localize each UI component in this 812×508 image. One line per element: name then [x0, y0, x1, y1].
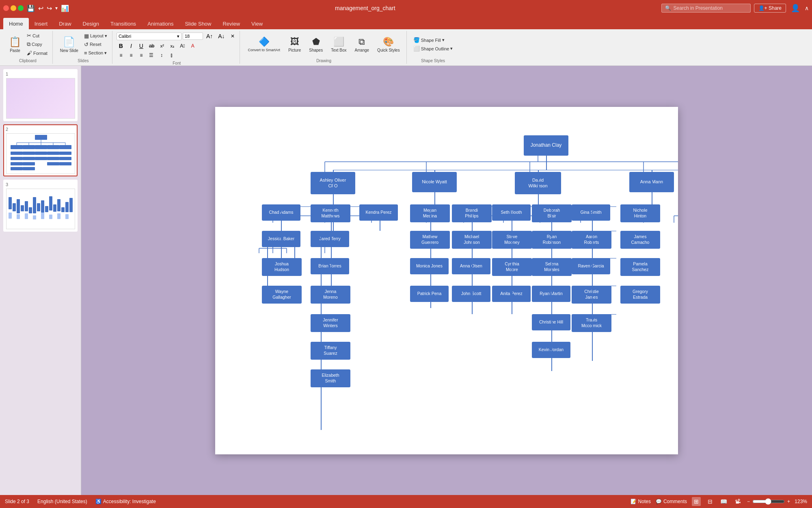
zoom-out-icon[interactable]: − — [747, 499, 750, 504]
node-joshua[interactable]: JoshuaHudson — [262, 258, 302, 276]
node-christie[interactable]: ChristieJames — [572, 286, 611, 304]
tab-transitions[interactable]: Transitions — [105, 18, 142, 29]
search-box[interactable]: 🔍 — [661, 4, 751, 13]
paste-button[interactable]: 📋 Paste — [6, 32, 24, 57]
increase-font-button[interactable]: A↑ — [204, 32, 215, 41]
quick-styles-button[interactable]: 🎨 Quick Styles — [374, 32, 403, 57]
shapes-button[interactable]: ⬟ Shapes — [306, 32, 326, 57]
node-patrick[interactable]: Patrick Pena — [410, 286, 449, 302]
text-box-button[interactable]: ⬜ Text Box — [328, 32, 350, 57]
node-megan[interactable]: MeganMedina — [410, 204, 450, 222]
picture-button[interactable]: 🖼 Picture — [285, 32, 304, 57]
tab-view[interactable]: View — [246, 18, 268, 29]
zoom-slider[interactable] — [752, 498, 785, 505]
node-anna-o[interactable]: Anna Olsen — [452, 258, 490, 274]
shape-outline-dropdown: ▾ — [450, 46, 453, 51]
minimize-button[interactable] — [11, 5, 16, 11]
node-nichole[interactable]: NicholeHinton — [620, 204, 660, 222]
presenter-view-button[interactable]: 📽 — [733, 497, 742, 506]
font-color-button[interactable]: A — [188, 42, 197, 50]
node-mathew[interactable]: MathewGuerrero — [410, 231, 450, 249]
tab-review[interactable]: Review — [217, 18, 246, 29]
reset-button[interactable]: ↺ Reset — [82, 41, 109, 48]
node-gregory[interactable]: GregoryEstrada — [620, 286, 660, 304]
node-wayne[interactable]: WayneGallagher — [262, 286, 302, 304]
node-brian-t[interactable]: Brian Torres — [311, 258, 349, 274]
accessibility-status[interactable]: ♿ Accessibility: Investigate — [95, 499, 156, 504]
node-elizabeth[interactable]: ElizabethSmith — [311, 369, 350, 387]
comments-button[interactable]: 💬 Comments — [656, 499, 687, 504]
quick-access-save[interactable]: 💾 — [27, 4, 35, 12]
superscript-button[interactable]: x² — [158, 42, 166, 50]
line-spacing-button[interactable]: ↕ — [157, 51, 166, 59]
canvas-area[interactable]: Jonathan Clay Ashley OliverCFO Nicole Wy… — [81, 66, 812, 495]
slide-preview-2 — [6, 133, 75, 174]
slide-thumb-1[interactable]: 1 — [3, 69, 78, 121]
reading-view-button[interactable]: 📖 — [719, 497, 728, 506]
svg-rect-34 — [29, 207, 32, 213]
italic-button[interactable]: I — [127, 41, 136, 50]
node-monica[interactable]: Monica Jones — [410, 258, 449, 274]
bold-button[interactable]: B — [117, 41, 125, 50]
svg-rect-40 — [53, 204, 56, 212]
align-right-button[interactable]: ≡ — [137, 51, 146, 59]
node-pamela[interactable]: PamelaSanchez — [620, 258, 660, 276]
node-tiffany-s[interactable]: TiffanySuarez — [311, 342, 350, 360]
section-button[interactable]: ≡ Section ▾ — [82, 49, 109, 57]
align-left-button[interactable]: ≡ — [117, 51, 125, 59]
close-button[interactable] — [3, 5, 9, 11]
search-input[interactable] — [674, 5, 739, 11]
tab-animations[interactable]: Animations — [142, 18, 179, 29]
font-family-dropdown[interactable]: Calibri ▾ — [117, 33, 181, 40]
node-raven[interactable]: Raven Garcia — [572, 258, 610, 274]
quick-access-redo[interactable]: ↪ — [47, 4, 52, 12]
arrange-button[interactable]: ⧉ Arrange — [352, 32, 373, 57]
zoom-level[interactable]: 123% — [793, 499, 807, 504]
font-size-dropdown[interactable]: 18 — [183, 33, 203, 40]
node-jenna[interactable]: JennaMoreno — [311, 286, 350, 304]
tab-home[interactable]: Home — [3, 18, 29, 29]
new-slide-button[interactable]: 📄 New Slide — [58, 32, 81, 57]
maximize-button[interactable] — [18, 5, 24, 11]
slide-thumb-2[interactable]: 2 — [3, 124, 78, 176]
clear-format-button[interactable]: ✕ — [228, 32, 237, 40]
align-center-button[interactable]: ≡ — [127, 51, 136, 59]
slide-sorter-button[interactable]: ⊟ — [706, 497, 715, 506]
node-ceo[interactable]: Jonathan Clay — [524, 135, 568, 156]
format-painter-button[interactable]: 🖌 Format — [25, 49, 49, 57]
tab-design[interactable]: Design — [77, 18, 105, 29]
share-button[interactable]: 👤+ Share — [754, 4, 786, 13]
shape-outline-button[interactable]: ⬜ Shape Outline ▾ — [412, 45, 455, 52]
decrease-font-button[interactable]: A↓ — [216, 32, 227, 41]
copy-button[interactable]: ⧉ Copy — [25, 40, 49, 48]
tab-slideshow[interactable]: Slide Show — [179, 18, 217, 29]
shape-fill-button[interactable]: 🪣 Shape Fill ▾ — [412, 36, 455, 44]
user-icon[interactable]: 👤 — [791, 4, 800, 13]
layout-button[interactable]: ▦ Layout ▾ — [82, 32, 109, 40]
node-jennifer[interactable]: JenniferWinters — [311, 314, 350, 332]
tab-insert[interactable]: Insert — [29, 18, 54, 29]
tab-draw[interactable]: Draw — [53, 18, 77, 29]
justify-button[interactable]: ☰ — [147, 51, 156, 59]
node-jared[interactable]: Jared Terry — [311, 231, 349, 247]
quick-access-more[interactable]: ▾ — [55, 5, 58, 11]
strikethrough-button[interactable]: ab — [147, 42, 156, 50]
quick-access-undo[interactable]: ↩ — [38, 4, 43, 12]
node-james[interactable]: JamesCamacho — [620, 231, 660, 249]
text-shadow-button[interactable]: A⃥ — [178, 42, 187, 50]
underline-button[interactable]: U — [137, 41, 146, 50]
collapse-ribbon-icon[interactable]: ∧ — [805, 5, 809, 11]
node-john[interactable]: John Scott — [452, 286, 490, 302]
notes-button[interactable]: 📝 Notes — [631, 499, 651, 504]
convert-smartart-button[interactable]: 🔷 Convert to SmartArt — [245, 32, 284, 57]
cut-button[interactable]: ✂ Cut — [25, 32, 49, 39]
node-travis[interactable]: TravisMccormick — [572, 314, 611, 332]
columns-button[interactable]: ⫿ — [167, 51, 176, 59]
slide-thumb-3[interactable]: 3 — [3, 180, 78, 232]
node-kenneth[interactable]: KennethMatthews — [311, 204, 350, 222]
node-aaron[interactable]: AaronRoberts — [572, 231, 611, 249]
normal-view-button[interactable]: ⊞ — [692, 497, 701, 506]
zoom-in-icon[interactable]: + — [787, 499, 790, 504]
subscript-button[interactable]: x₂ — [168, 42, 177, 50]
svg-rect-39 — [49, 196, 52, 211]
